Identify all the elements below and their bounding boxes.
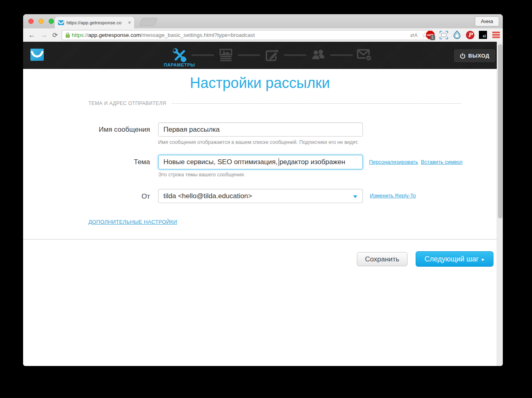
drop-extension-icon[interactable] [453, 30, 461, 39]
insert-symbol-link[interactable]: Вставить символ [421, 159, 463, 165]
url-bar[interactable]: https://app.getresponse.com/message_basi… [62, 30, 431, 40]
url-host: app.getresponse.com [88, 32, 141, 38]
page-content: Настройки рассылки ТЕМА И АДРЕС ОТПРАВИТ… [23, 69, 497, 366]
message-name-input[interactable] [158, 122, 363, 137]
advanced-settings-link[interactable]: ДОПОЛНИТЕЛЬНЫЕ НАСТРОЙКИ [88, 219, 177, 225]
subject-label: Тема [23, 158, 150, 166]
step-editor[interactable] [263, 47, 281, 63]
translate-icon[interactable]: ⇄A [410, 32, 418, 38]
url-separator: :// [84, 32, 88, 38]
forward-button[interactable]: → [40, 30, 47, 40]
message-name-label: Имя сообщения [23, 126, 150, 134]
step-settings[interactable]: ПАРАМЕТРЫ [171, 47, 189, 63]
browser-window: https://app.getresponse.co × Анна ← → ⟳ … [23, 14, 503, 366]
save-button[interactable]: Сохранить [357, 252, 408, 266]
footer-divider [23, 239, 497, 240]
getresponse-favicon-icon [58, 20, 64, 25]
logout-button[interactable]: ВЫХОД [454, 49, 495, 62]
personalize-link[interactable]: Персонализировать [369, 159, 418, 165]
message-name-help: Имя сообщения отображается в вашем списк… [158, 139, 359, 145]
app-header: ПАРАМЕТРЫ [23, 42, 503, 69]
from-value: tilda <hello@tilda.education> [163, 192, 252, 200]
tab-strip: https://app.getresponse.co × Анна [23, 14, 503, 28]
close-window-button[interactable] [28, 19, 34, 24]
ci-extension-icon[interactable]: ci [479, 31, 487, 39]
from-select[interactable]: tilda <hello@tilda.education> [158, 189, 363, 203]
logout-label: ВЫХОД [468, 53, 489, 59]
browser-tab[interactable]: https://app.getresponse.co × [55, 17, 134, 28]
text-cursor [279, 158, 279, 166]
change-reply-to-link[interactable]: Изменить Reply-To [370, 193, 416, 199]
step-send[interactable] [356, 47, 373, 63]
next-step-label: Следующий шаг [425, 255, 478, 263]
pinterest-extension-icon[interactable]: P [466, 31, 474, 39]
wizard-steps: ПАРАМЕТРЫ [171, 47, 373, 63]
minimize-window-button[interactable] [39, 19, 44, 24]
step-connector [330, 54, 353, 56]
scrollbar-thumb[interactable] [498, 44, 502, 218]
url-path: /message_basic_settings.html?type=broadc… [141, 32, 255, 38]
from-label: От [23, 193, 150, 201]
subject-input[interactable] [158, 155, 363, 169]
reload-button[interactable]: ⟳ [52, 30, 58, 40]
next-arrow-icon: ▸ [482, 256, 485, 262]
step-template[interactable] [217, 47, 235, 63]
section-divider [172, 103, 461, 106]
back-button[interactable]: ← [28, 30, 35, 40]
step-settings-label: ПАРАМЕТРЫ [164, 62, 195, 67]
power-icon [460, 53, 466, 59]
url-text: https://app.getresponse.com/message_basi… [72, 32, 255, 38]
subject-help: Это строка темы вашего сообщения. [158, 172, 245, 178]
zoom-window-button[interactable] [49, 19, 54, 24]
step-connector [238, 54, 260, 56]
section-title: ТЕМА И АДРЕС ОТПРАВИТЕЛЯ [88, 101, 166, 106]
screenshot-extension-icon[interactable] [439, 30, 448, 39]
tab-title: https://app.getresponse.co [66, 20, 125, 25]
adblock-badge: 1 [430, 35, 435, 40]
page-title: Настройки рассылки [23, 75, 497, 92]
tab-close-icon[interactable]: × [128, 20, 131, 25]
section-header: ТЕМА И АДРЕС ОТПРАВИТЕЛЯ [88, 101, 461, 106]
browser-toolbar: ← → ⟳ https://app.getresponse.com/messag… [23, 28, 503, 42]
step-connector [284, 54, 307, 56]
dropdown-caret-icon [353, 195, 357, 198]
secure-lock-icon [65, 32, 70, 38]
subject-input-wrap [158, 155, 363, 169]
page-scrollbar[interactable] [497, 42, 503, 366]
getresponse-logo[interactable] [30, 49, 44, 61]
chrome-menu-icon[interactable] [491, 30, 500, 39]
next-step-button[interactable]: Следующий шаг▸ [416, 251, 493, 267]
step-recipients[interactable] [309, 47, 327, 63]
new-tab-button[interactable] [139, 18, 158, 26]
url-scheme: https [72, 32, 84, 38]
browser-profile-button[interactable]: Анна [475, 16, 499, 26]
extensions-row: ABP 1 P ci [426, 30, 500, 39]
step-connector [191, 54, 214, 56]
adblock-extension-icon[interactable]: ABP 1 [426, 30, 435, 39]
